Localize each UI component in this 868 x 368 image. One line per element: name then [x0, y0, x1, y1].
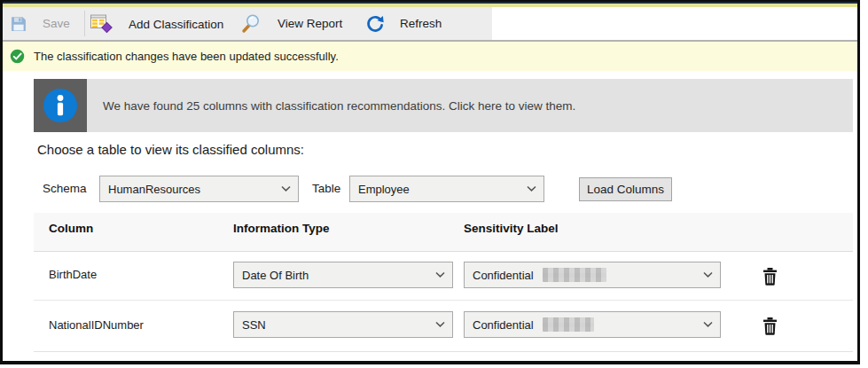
header-divider [34, 251, 853, 252]
information-type-value: Date Of Birth [242, 269, 309, 282]
sensitivity-label-dropdown[interactable]: Confidential [464, 311, 721, 338]
chevron-down-icon [703, 272, 713, 278]
trash-icon [762, 268, 778, 286]
table-dropdown[interactable]: Employee [349, 176, 544, 202]
info-icon [43, 88, 78, 123]
redacted-label-blur [543, 268, 606, 282]
sensitivity-label-dropdown[interactable]: Confidential [464, 262, 721, 288]
bottom-divider [34, 351, 853, 352]
search-icon [240, 13, 262, 35]
information-type-header: Information Type [233, 222, 330, 235]
chevron-down-icon [281, 186, 291, 192]
status-message: The classification changes have been upd… [34, 50, 339, 63]
sensitivity-label-value: Confidential [473, 318, 534, 332]
toolbar-separator [84, 11, 85, 36]
recommendations-banner[interactable]: We have found 25 columns with classifica… [87, 79, 853, 132]
information-type-dropdown[interactable]: SSN [233, 311, 453, 338]
choose-table-heading: Choose a table to view its classified co… [37, 142, 304, 157]
schema-dropdown-value: HumanResources [108, 183, 200, 196]
schema-label: Schema [43, 182, 87, 195]
chevron-down-icon [435, 322, 445, 328]
recommendations-message: We have found 25 columns with classifica… [103, 99, 575, 113]
load-columns-button[interactable]: Load Columns [579, 177, 672, 201]
column-header: Column [49, 222, 93, 235]
table-header-row [34, 213, 853, 251]
delete-classification-button[interactable] [759, 316, 780, 337]
redacted-label-blur [543, 317, 594, 332]
success-check-icon [10, 49, 25, 64]
add-classification-button[interactable]: Add Classification [90, 14, 223, 33]
save-button[interactable]: Save [11, 16, 70, 32]
chevron-down-icon [527, 186, 536, 192]
row-divider [34, 300, 853, 301]
delete-classification-button[interactable] [759, 266, 780, 287]
trash-icon [762, 317, 778, 335]
view-report-label: View Report [278, 17, 342, 30]
schema-dropdown[interactable]: HumanResources [99, 176, 299, 202]
view-report-button[interactable]: View Report [240, 13, 342, 35]
refresh-icon [366, 15, 384, 33]
save-icon [11, 16, 27, 32]
save-button-label: Save [43, 17, 70, 30]
refresh-button[interactable]: Refresh [366, 15, 442, 33]
information-type-dropdown[interactable]: Date Of Birth [233, 262, 453, 288]
table-dropdown-value: Employee [358, 183, 410, 196]
table-row-column-name: BirthDate [49, 268, 97, 281]
refresh-label: Refresh [400, 17, 442, 30]
info-icon-tile [34, 79, 87, 132]
chevron-down-icon [435, 272, 445, 278]
add-classification-label: Add Classification [129, 17, 223, 30]
sensitivity-label-header: Sensitivity Label [464, 222, 559, 235]
data-classification-window: Save Add Classification [0, 0, 860, 364]
table-label: Table [312, 182, 340, 195]
status-message-bar: The classification changes have been upd… [3, 42, 857, 71]
sensitivity-label-value: Confidential [473, 269, 534, 282]
chevron-down-icon [703, 322, 713, 328]
add-classification-icon [90, 14, 113, 33]
information-type-value: SSN [242, 318, 266, 332]
table-row-column-name: NationalIDNumber [49, 318, 144, 332]
toolbar: Save Add Classification [3, 7, 492, 40]
